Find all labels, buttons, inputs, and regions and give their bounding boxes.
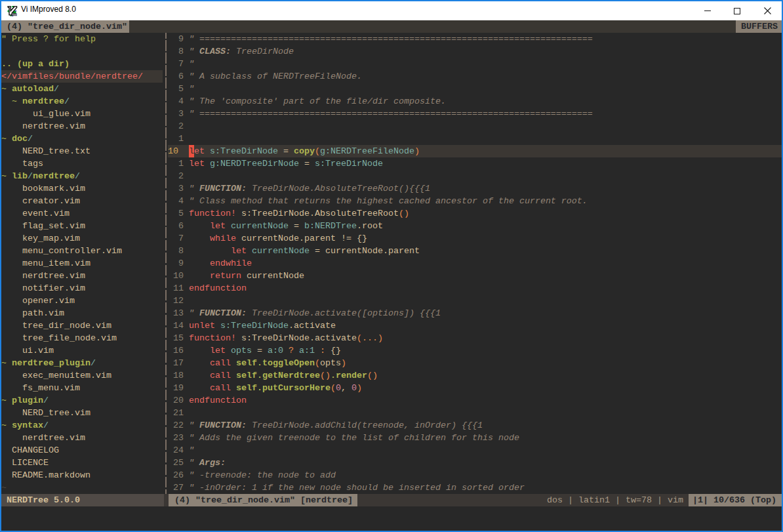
svg-text:im: im: [12, 12, 17, 16]
